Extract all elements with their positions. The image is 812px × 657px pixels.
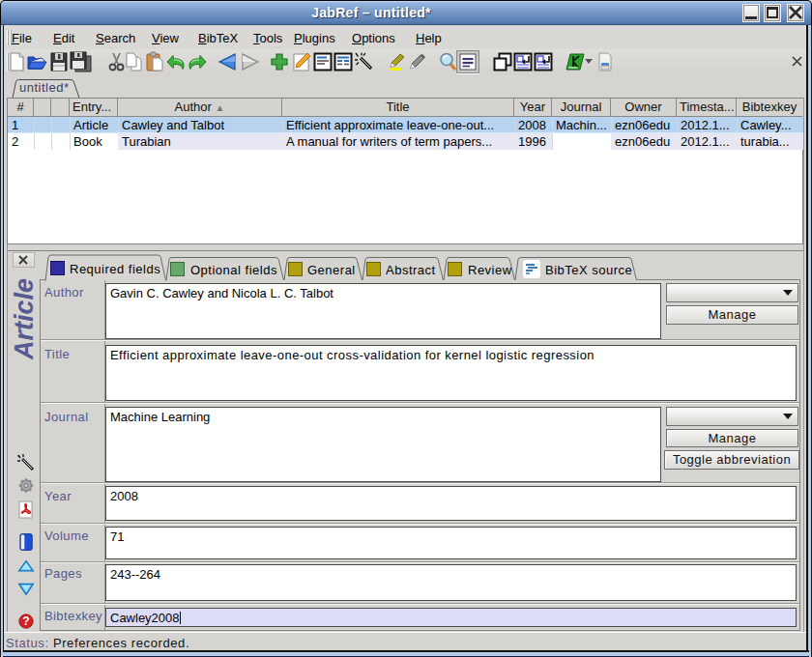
svg-text:?: ? — [22, 614, 29, 628]
